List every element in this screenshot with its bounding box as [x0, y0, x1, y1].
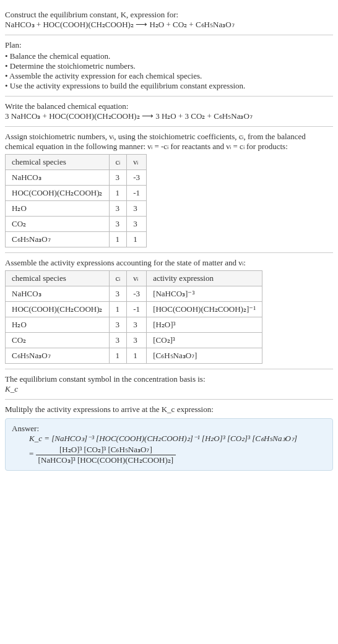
table-row: NaHCO₃ 3 -3 [NaHCO₃]⁻³ — [6, 286, 262, 302]
cell-species: H₂O — [6, 201, 110, 217]
table-header-row: chemical species cᵢ νᵢ — [6, 155, 147, 170]
cell-species: CO₂ — [6, 333, 110, 348]
answer-fraction-line: = [H₂O]³ [CO₂]³ [C₆H₅Na₃O₇] [NaHCO₃]³ [H… — [29, 445, 326, 465]
fraction: [H₂O]³ [CO₂]³ [C₆H₅Na₃O₇] [NaHCO₃]³ [HOC… — [36, 445, 176, 465]
plan-item: Assemble the activity expression for eac… — [5, 71, 333, 81]
section-intro: Construct the equilibrium constant, K, e… — [5, 5, 333, 35]
final-intro: Mulitply the activity expressions to arr… — [5, 405, 333, 414]
cell-ci: 3 — [109, 217, 127, 232]
stoich-intro: Assign stoichiometric numbers, νᵢ, using… — [5, 132, 333, 152]
section-balanced: Write the balanced chemical equation: 3 … — [5, 97, 333, 127]
cell-ci: 3 — [109, 286, 127, 302]
cell-ci: 1 — [109, 186, 127, 201]
table-row: HOC(COOH)(CH₂COOH)₂ 1 -1 [HOC(COOH)(CH₂C… — [6, 302, 262, 317]
cell-nui: 1 — [127, 232, 147, 247]
table-row: H₂O 3 3 [H₂O]³ — [6, 317, 262, 333]
cell-ci: 3 — [109, 317, 127, 333]
cell-ci: 1 — [109, 302, 127, 317]
cell-ci: 1 — [109, 232, 127, 247]
cell-nui: -1 — [127, 302, 147, 317]
balanced-heading: Write the balanced chemical equation: — [5, 101, 333, 111]
cell-ci: 3 — [109, 170, 127, 186]
intro-text: Construct the equilibrium constant, K, e… — [5, 10, 333, 20]
cell-nui: 3 — [127, 217, 147, 232]
cell-nui: -1 — [127, 186, 147, 201]
cell-species: C₆H₅Na₃O₇ — [6, 232, 110, 247]
unbalanced-equation: NaHCO₃ + HOC(COOH)(CH₂COOH)₂ ⟶ H₂O + CO₂… — [5, 20, 333, 30]
section-activity: Assemble the activity expressions accoun… — [5, 253, 333, 369]
cell-activity: [CO₂]³ — [147, 333, 262, 348]
answer-label: Answer: — [12, 424, 326, 434]
plan-item: Use the activity expressions to build th… — [5, 81, 333, 91]
activity-intro: Assemble the activity expressions accoun… — [5, 258, 333, 268]
col-header: activity expression — [147, 271, 262, 286]
plan-heading: Plan: — [5, 40, 333, 50]
cell-nui: 3 — [127, 201, 147, 217]
cell-species: NaHCO₃ — [6, 170, 110, 186]
cell-activity: [NaHCO₃]⁻³ — [147, 286, 262, 302]
stoich-table: chemical species cᵢ νᵢ NaHCO₃ 3 -3 HOC(C… — [5, 154, 147, 247]
cell-ci: 3 — [109, 333, 127, 348]
answer-box: Answer: K_c = [NaHCO₃]⁻³ [HOC(COOH)(CH₂C… — [5, 418, 333, 471]
cell-species: CO₂ — [6, 217, 110, 232]
answer-line1: K_c = [NaHCO₃]⁻³ [HOC(COOH)(CH₂COOH)₂]⁻¹… — [29, 434, 297, 443]
plan-item: Determine the stoichiometric numbers. — [5, 61, 333, 71]
cell-nui: -3 — [127, 286, 147, 302]
table-row: NaHCO₃ 3 -3 — [6, 170, 147, 186]
cell-activity: [H₂O]³ — [147, 317, 262, 333]
col-header: chemical species — [6, 271, 110, 286]
table-row: HOC(COOH)(CH₂COOH)₂ 1 -1 — [6, 186, 147, 201]
fraction-numerator: [H₂O]³ [CO₂]³ [C₆H₅Na₃O₇] — [36, 445, 176, 455]
cell-nui: 1 — [127, 348, 147, 364]
col-header: cᵢ — [109, 155, 127, 170]
activity-table: chemical species cᵢ νᵢ activity expressi… — [5, 270, 262, 364]
cell-species: HOC(COOH)(CH₂COOH)₂ — [6, 186, 110, 201]
eq-prefix: = — [29, 449, 36, 458]
section-final: Mulitply the activity expressions to arr… — [5, 400, 333, 476]
cell-activity: [C₆H₅Na₃O₇] — [147, 348, 262, 364]
cell-nui: 3 — [127, 333, 147, 348]
balanced-equation: 3 NaHCO₃ + HOC(COOH)(CH₂COOH)₂ ⟶ 3 H₂O +… — [5, 111, 333, 121]
cell-species: HOC(COOH)(CH₂COOH)₂ — [6, 302, 110, 317]
symbol-kc: K_c — [5, 384, 333, 394]
table-row: C₆H₅Na₃O₇ 1 1 — [6, 232, 147, 247]
plan-item: Balance the chemical equation. — [5, 51, 333, 61]
section-stoich: Assign stoichiometric numbers, νᵢ, using… — [5, 127, 333, 253]
cell-ci: 3 — [109, 201, 127, 217]
cell-nui: 3 — [127, 317, 147, 333]
section-plan: Plan: Balance the chemical equation. Det… — [5, 35, 333, 97]
table-row: C₆H₅Na₃O₇ 1 1 [C₆H₅Na₃O₇] — [6, 348, 262, 364]
table-row: H₂O 3 3 — [6, 201, 147, 217]
cell-ci: 1 — [109, 348, 127, 364]
table-row: CO₂ 3 3 [CO₂]³ — [6, 333, 262, 348]
cell-nui: -3 — [127, 170, 147, 186]
answer-expanded: K_c = [NaHCO₃]⁻³ [HOC(COOH)(CH₂COOH)₂]⁻¹… — [29, 434, 326, 444]
kc-italic: K_c — [5, 384, 18, 393]
cell-species: H₂O — [6, 317, 110, 333]
col-header: νᵢ — [127, 155, 147, 170]
cell-activity: [HOC(COOH)(CH₂COOH)₂]⁻¹ — [147, 302, 262, 317]
table-header-row: chemical species cᵢ νᵢ activity expressi… — [6, 271, 262, 286]
fraction-denominator: [NaHCO₃]³ [HOC(COOH)(CH₂COOH)₂] — [36, 455, 176, 465]
col-header: chemical species — [6, 155, 110, 170]
table-row: CO₂ 3 3 — [6, 217, 147, 232]
symbol-text: The equilibrium constant symbol in the c… — [5, 374, 333, 384]
cell-species: C₆H₅Na₃O₇ — [6, 348, 110, 364]
col-header: νᵢ — [127, 271, 147, 286]
section-symbol: The equilibrium constant symbol in the c… — [5, 369, 333, 400]
plan-list: Balance the chemical equation. Determine… — [5, 51, 333, 91]
col-header: cᵢ — [109, 271, 127, 286]
cell-species: NaHCO₃ — [6, 286, 110, 302]
